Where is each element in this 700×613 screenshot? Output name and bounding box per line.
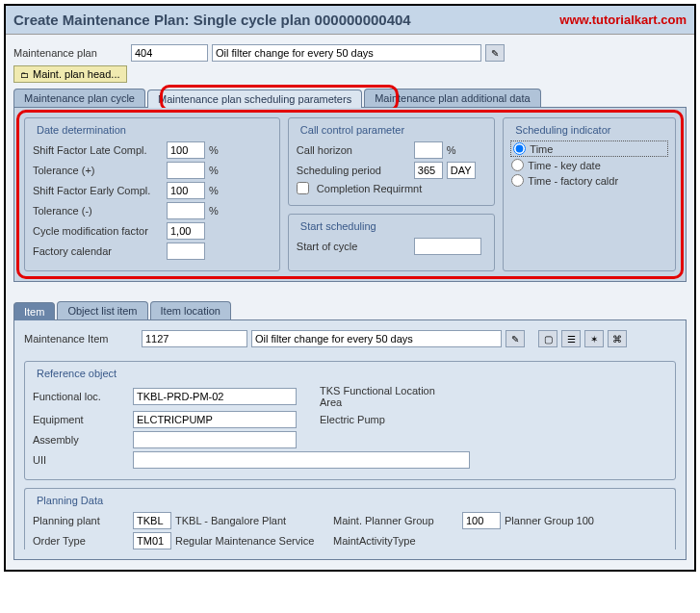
edit-plan-icon[interactable] — [485, 44, 505, 62]
call-horizon-input[interactable] — [414, 141, 443, 159]
completion-requirmnt-label: Completion Requirmnt — [317, 183, 422, 194]
tol-minus-input[interactable] — [167, 202, 205, 219]
maint-plan-label: Maintenance plan — [13, 47, 127, 59]
scheduling-indicator-group: Scheduling indicator Time Time - key dat… — [503, 117, 676, 271]
radio-time[interactable] — [513, 142, 526, 155]
maint-plan-number-input[interactable] — [131, 44, 208, 62]
call-horizon-label: Call horizon — [297, 144, 410, 156]
maint-item-label: Maintenance Item — [24, 333, 138, 345]
tab-scheduling-params[interactable]: Maintenance plan scheduling parameters — [147, 89, 362, 108]
radio-time-key-label: Time - key date — [528, 160, 600, 171]
shift-late-input[interactable] — [167, 141, 205, 159]
equipment-input[interactable] — [133, 411, 297, 428]
tab-item-location[interactable]: Item location — [150, 301, 231, 319]
planner-group-label: Maint. Planner Group — [333, 515, 458, 526]
radio-time-factory[interactable] — [511, 174, 524, 187]
scheduling-indicator-title: Scheduling indicator — [511, 124, 614, 136]
equipment-desc: Electric Pump — [320, 414, 450, 425]
funcloc-input[interactable] — [133, 388, 297, 405]
shift-late-unit: % — [209, 144, 219, 156]
planner-group-desc: Planner Group 100 — [505, 515, 635, 526]
tab-cycle[interactable]: Maintenance plan cycle — [13, 89, 145, 107]
order-type-label: Order Type — [33, 535, 129, 547]
funcloc-label: Functional loc. — [33, 391, 129, 402]
edit-item-icon[interactable] — [506, 330, 525, 347]
main-content: Maintenance plan Maint. plan head... Mai… — [6, 35, 694, 570]
maint-plan-head-button[interactable]: Maint. plan head... — [13, 65, 127, 83]
sched-period-label: Scheduling period — [297, 165, 410, 176]
shift-early-unit: % — [209, 185, 219, 196]
uii-input[interactable] — [133, 451, 470, 469]
maint-plan-desc-input[interactable] — [212, 44, 481, 62]
tab-item[interactable]: Item — [13, 302, 55, 320]
watermark: www.tutorialkart.com — [559, 13, 687, 27]
shift-late-label: Shift Factor Late Compl. — [33, 144, 163, 156]
start-scheduling-title: Start scheduling — [297, 220, 380, 232]
date-determination-title: Date determination — [33, 124, 130, 136]
planning-plant-desc: TKBL - Bangalore Plant — [175, 515, 329, 526]
cycle-mod-label: Cycle modification factor — [33, 225, 163, 237]
planner-group-input[interactable] — [462, 512, 501, 529]
radio-time-label: Time — [530, 143, 553, 155]
item-tab-strip: Item Object list item Item location — [13, 301, 687, 320]
start-of-cycle-input[interactable] — [414, 238, 481, 255]
uii-label: UII — [33, 454, 129, 466]
tab-object-list-item[interactable]: Object list item — [57, 301, 147, 319]
order-type-input[interactable] — [133, 532, 171, 549]
tol-plus-input[interactable] — [167, 162, 205, 179]
maint-item-desc-input[interactable] — [251, 330, 502, 347]
item-action2-icon[interactable]: ☰ — [561, 330, 581, 347]
tol-plus-label: Tolerance (+) — [33, 165, 163, 176]
folder-icon — [20, 68, 29, 80]
tab-additional-data[interactable]: Maintenance plan additional data — [364, 89, 540, 107]
title-bar: Create Maintenance Plan: Single cycle pl… — [6, 6, 694, 35]
maint-plan-head-label: Maint. plan head... — [33, 68, 120, 80]
tol-minus-label: Tolerance (-) — [33, 205, 163, 217]
factory-cal-label: Factory calendar — [33, 245, 163, 257]
reference-object-group: Reference object Functional loc. TKS Fun… — [24, 361, 676, 480]
planning-data-group: Planning Data Planning plant TKBL - Bang… — [24, 488, 676, 549]
maint-activity-type-label: MaintActivityType — [333, 535, 458, 547]
call-horizon-unit: % — [447, 144, 456, 156]
cycle-mod-input[interactable] — [167, 222, 205, 240]
planning-plant-input[interactable] — [133, 512, 171, 529]
shift-early-input[interactable] — [167, 182, 205, 199]
assembly-label: Assembly — [33, 434, 129, 446]
maint-plan-row: Maintenance plan — [13, 44, 687, 62]
funcloc-desc: TKS Functional Location Area — [320, 385, 450, 408]
call-control-group: Call control parameter Call horizon % Sc… — [288, 117, 496, 206]
assembly-input[interactable] — [133, 431, 297, 448]
item-action4-icon[interactable]: ⌘ — [608, 330, 627, 347]
completion-requirmnt-checkbox[interactable] — [297, 182, 309, 194]
reference-object-title: Reference object — [33, 368, 120, 379]
planning-data-title: Planning Data — [33, 495, 107, 506]
planning-plant-label: Planning plant — [33, 515, 129, 526]
radio-time-factory-label: Time - factory caldr — [528, 175, 618, 187]
item-action3-icon[interactable]: ✶ — [584, 330, 604, 347]
item-panel: Maintenance Item ▢ ☰ ✶ ⌘ Reference objec… — [13, 320, 687, 560]
shift-early-label: Shift Factor Early Compl. — [33, 185, 163, 196]
sched-period-input[interactable] — [414, 162, 443, 179]
start-of-cycle-label: Start of cycle — [297, 241, 410, 252]
scheduling-params-panel: Date determination Shift Factor Late Com… — [13, 108, 687, 282]
item-action1-icon[interactable]: ▢ — [538, 330, 557, 347]
tol-minus-unit: % — [209, 205, 219, 217]
plan-tab-strip: Maintenance plan cycle Maintenance plan … — [13, 89, 687, 108]
tol-plus-unit: % — [209, 165, 219, 176]
order-type-desc: Regular Maintenance Service — [175, 535, 329, 547]
radio-time-key-date[interactable] — [511, 159, 524, 171]
maint-item-number-input[interactable] — [142, 330, 247, 347]
start-scheduling-group: Start scheduling Start of cycle — [288, 214, 496, 271]
date-determination-group: Date determination Shift Factor Late Com… — [24, 117, 280, 271]
call-control-title: Call control parameter — [297, 124, 408, 136]
factory-cal-input[interactable] — [167, 243, 205, 260]
page-title: Create Maintenance Plan: Single cycle pl… — [13, 12, 411, 28]
equipment-label: Equipment — [33, 414, 129, 425]
sched-period-unit-input[interactable] — [447, 162, 476, 179]
